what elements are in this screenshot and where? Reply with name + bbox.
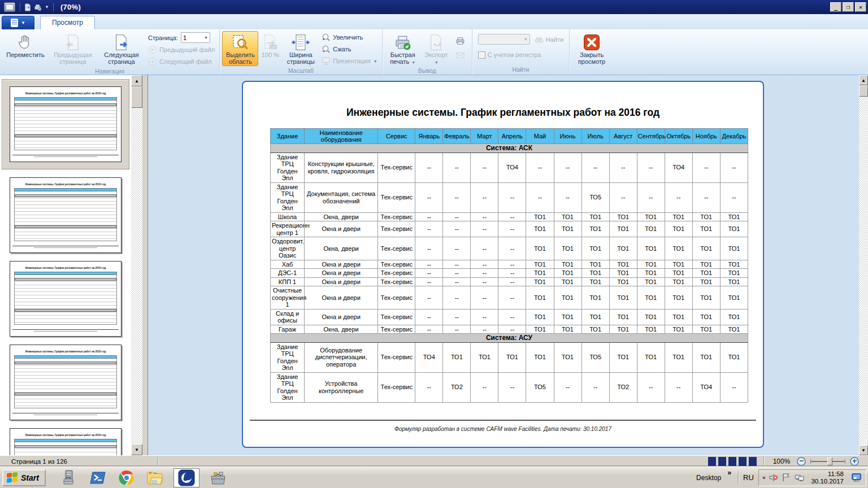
page-thumbnail[interactable]: Инженерные системы. График регламентных … <box>2 79 129 169</box>
group-output: Быстрая печать ▼ Экспорт▼ Вывод <box>383 29 472 75</box>
select-area-button[interactable]: Выделить область <box>222 31 258 66</box>
table-cell: ТО1 <box>665 269 692 278</box>
restore-button[interactable]: ❐ <box>843 2 854 12</box>
panel-splitter[interactable] <box>142 75 148 455</box>
find-button[interactable]: Найти <box>535 34 563 45</box>
page-thumbnail[interactable]: Инженерные системы. График регламентных … <box>10 345 121 420</box>
close-preview-button[interactable]: Закрыть просмотр <box>572 31 611 66</box>
language-indicator[interactable]: RU <box>743 473 754 482</box>
previous-page-button[interactable]: Предыдущая страница <box>49 31 97 66</box>
table-cell: -- <box>443 212 471 221</box>
scroll-down-icon[interactable]: ▼ <box>859 445 868 455</box>
table-cell: ТО1 <box>720 269 748 278</box>
previous-file-button[interactable]: Предыдущий файл <box>148 45 215 55</box>
scrollbar-thumb[interactable] <box>131 86 142 108</box>
close-button[interactable]: ✕ <box>855 2 866 12</box>
taskbar-powershell-icon[interactable] <box>89 469 108 487</box>
zoom-in-icon[interactable] <box>850 457 859 466</box>
table-cell: Здание ТРЦ Голден Эпл <box>271 342 305 372</box>
zoom-100-button[interactable]: 100 100 % <box>258 31 282 59</box>
send-email-button[interactable] <box>454 49 467 61</box>
quick-access-export-icon[interactable] <box>23 2 33 12</box>
tray-expand-icon[interactable]: « <box>762 474 766 481</box>
page-thumbnail[interactable]: Инженерные системы. График регламентных … <box>10 428 121 455</box>
flag-icon[interactable] <box>782 473 791 482</box>
table-cell: -- <box>498 269 526 278</box>
table-cell: ТО1 <box>554 260 581 269</box>
column-header: Здание <box>271 129 305 144</box>
zoom-out-button[interactable]: Сжать <box>322 44 377 54</box>
table-cell: -- <box>443 269 471 278</box>
page-width-icon <box>292 33 310 51</box>
page-thumbnail[interactable]: Инженерные системы. График регламентных … <box>10 261 121 337</box>
minimize-button[interactable]: _ <box>830 2 841 12</box>
move-button[interactable]: Переместить <box>2 31 49 59</box>
next-file-button[interactable]: Следующий файл <box>148 56 215 67</box>
desktop-toolbar[interactable]: Desktop » <box>696 474 734 482</box>
scroll-up-icon[interactable]: ▲ <box>859 75 868 85</box>
print-dialog-button[interactable] <box>454 34 467 47</box>
table-cell: Окна, двери <box>305 325 378 334</box>
table-cell: -- <box>443 221 471 237</box>
page-layout-square[interactable] <box>749 457 757 466</box>
search-combobox[interactable]: ▼ <box>478 34 530 45</box>
thumbnail-page: Инженерные системы. График регламентных … <box>10 86 121 162</box>
quick-access-print-icon[interactable] <box>33 2 43 12</box>
quick-print-button[interactable]: Быстрая печать ▼ <box>385 31 421 67</box>
scroll-up-icon[interactable]: ▲ <box>131 75 142 86</box>
chevron-more-icon[interactable]: » <box>727 469 731 477</box>
table-cell: -- <box>720 372 748 402</box>
start-button[interactable]: Start <box>2 469 46 486</box>
page-number-combobox[interactable]: 1 ▼ <box>181 32 210 43</box>
page-layout-square[interactable] <box>718 457 726 466</box>
preview-scrollbar[interactable]: ▲ ▼ <box>859 75 868 455</box>
quick-access-dropdown-icon[interactable]: ▼ <box>43 5 51 10</box>
page-layout-square[interactable] <box>728 457 736 466</box>
chevron-down-icon: ▼ <box>411 60 415 64</box>
table-cell: ТО1 <box>665 212 692 221</box>
app-icon[interactable] <box>4 2 15 12</box>
thumbnail-scrollbar[interactable]: ▲ ▼ <box>131 75 142 455</box>
taskbar-file-explorer-icon[interactable] <box>145 469 164 487</box>
scroll-down-icon[interactable]: ▼ <box>131 444 142 455</box>
page-layout-square[interactable] <box>708 457 716 466</box>
network-icon[interactable] <box>795 473 804 482</box>
zoom-slider[interactable] <box>810 457 845 466</box>
table-row: КПП 1Окна и двериТех-сервис--------ТО1ТО… <box>271 277 748 286</box>
match-case-checkbox[interactable]: С учетом регистра <box>478 50 541 60</box>
table-cell: ТО1 <box>609 260 637 269</box>
table-row: Склад и офисыОкна и двериТех-сервис-----… <box>271 309 748 325</box>
zoom-out-icon[interactable] <box>797 457 806 466</box>
scrollbar-thumb[interactable] <box>859 85 868 97</box>
volume-muted-icon[interactable] <box>769 473 778 482</box>
group-label-navigation: Навигация <box>0 68 219 76</box>
table-cell: Здание ТРЦ Голден Эпл <box>271 182 305 212</box>
table-cell: Гараж <box>271 325 305 334</box>
taskbar-system-tools-icon[interactable] <box>60 469 80 487</box>
presentation-button[interactable]: Презентация▼ <box>322 56 377 66</box>
show-desktop-icon[interactable] <box>852 473 861 482</box>
table-cell: Окна и двери <box>305 286 378 310</box>
table-cell: ТО5 <box>581 182 609 212</box>
application-menu-button[interactable]: ▼ <box>2 16 34 29</box>
document-page: Инженерные системы. График регламентных … <box>242 81 764 448</box>
table-cell: -- <box>498 221 526 237</box>
page-thumbnail[interactable]: Инженерные системы. График регламентных … <box>10 177 121 253</box>
tray-date: 30.10.2017 <box>811 478 844 485</box>
export-button[interactable]: Экспорт▼ <box>421 31 452 67</box>
page-layout-square[interactable] <box>739 457 747 466</box>
page-width-button[interactable]: Ширина страницы <box>282 31 319 66</box>
slider-thumb[interactable] <box>827 457 832 465</box>
tab-view[interactable]: Просмотр <box>40 16 95 29</box>
table-cell: -- <box>443 182 471 212</box>
taskbar-wave-facilities-icon[interactable] <box>173 468 199 487</box>
zoom-in-button[interactable]: Увеличить <box>322 32 377 42</box>
envelope-icon <box>455 50 465 60</box>
taskbar-chrome-icon[interactable] <box>117 469 136 487</box>
next-page-button[interactable]: Следующая страница <box>97 31 146 66</box>
table-cell: -- <box>471 309 498 325</box>
table-cell: ТО1 <box>526 286 554 310</box>
taskbar-toolbox-icon[interactable] <box>209 469 228 487</box>
table-cell: -- <box>415 152 443 182</box>
titlebar: ▼ (70%) _ ❐ ✕ <box>0 0 868 14</box>
